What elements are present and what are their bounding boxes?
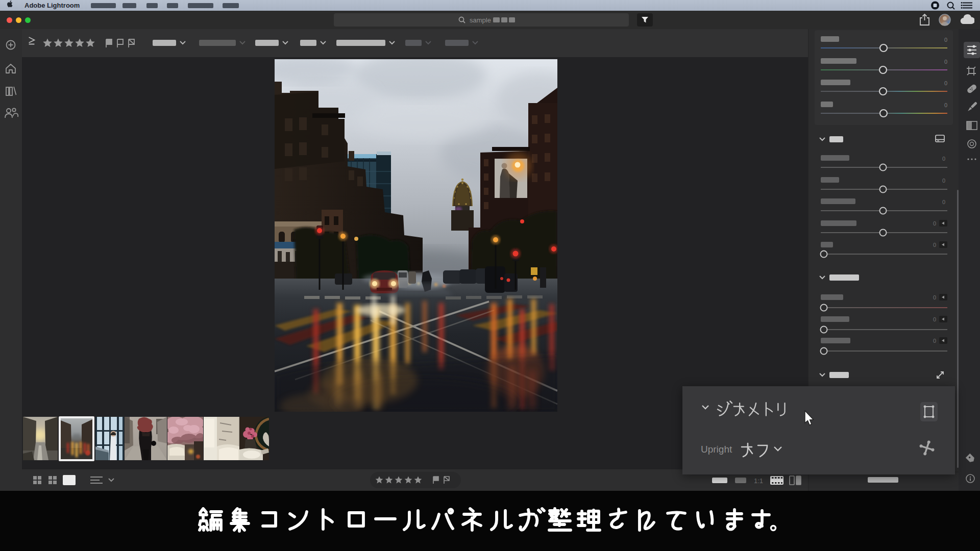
svg-text:0: 0 <box>944 59 947 65</box>
svg-text:1:1: 1:1 <box>754 477 763 485</box>
svg-text:0: 0 <box>933 294 936 300</box>
svg-text:0: 0 <box>942 178 945 184</box>
svg-text:Upright: Upright <box>701 444 732 455</box>
svg-text:Adobe Lightroom: Adobe Lightroom <box>24 2 80 9</box>
svg-text:0: 0 <box>942 156 945 162</box>
svg-text:0: 0 <box>933 242 936 248</box>
svg-text:0: 0 <box>933 220 936 227</box>
svg-text:0: 0 <box>944 80 947 86</box>
svg-text:0: 0 <box>933 316 936 322</box>
svg-text:0: 0 <box>942 199 945 205</box>
svg-text:0: 0 <box>944 102 947 108</box>
svg-text:0: 0 <box>944 37 947 43</box>
svg-text:0: 0 <box>933 338 936 344</box>
